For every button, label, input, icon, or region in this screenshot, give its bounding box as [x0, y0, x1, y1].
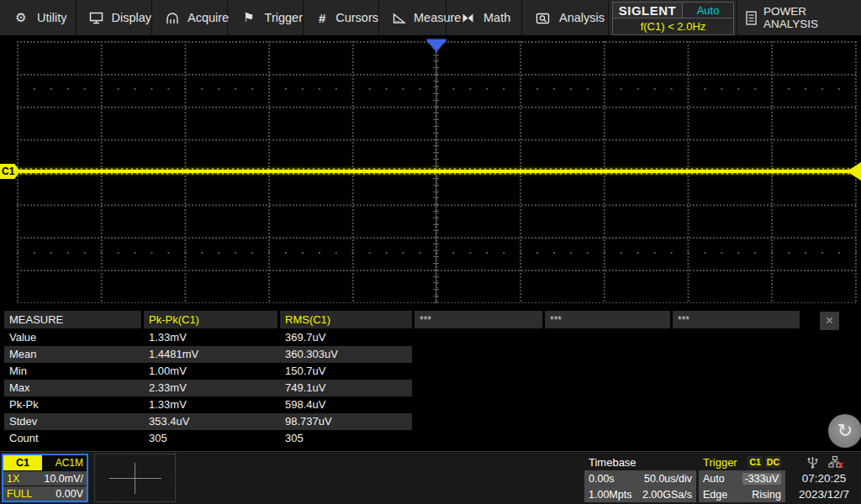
measure-column-empty[interactable]: *** [415, 311, 542, 328]
close-icon[interactable]: × [820, 312, 839, 330]
lan-disconnected-icon: ✕ [828, 455, 842, 469]
menu-label: Cursors [335, 11, 378, 24]
menu-item-display[interactable]: Display [77, 0, 152, 35]
menu-item-trigger[interactable]: ⚑ Trigger [228, 0, 304, 35]
measure-column-empty[interactable]: *** [673, 311, 800, 328]
stat-value: 1.33mV [144, 329, 280, 346]
trigger-mode: Auto [703, 473, 725, 485]
waveform-display[interactable]: C1 [0, 37, 861, 304]
stat-value: 360.303uV [280, 346, 412, 363]
analysis-magnifier-icon [535, 12, 552, 24]
crosshair-icon [109, 478, 161, 479]
stat-value: 98.737uV [280, 413, 412, 430]
stat-value: 305 [144, 430, 280, 447]
measure-title: MEASURE [4, 311, 141, 328]
trigger-source-badge: C1 [747, 456, 762, 468]
menu-label: Utility [37, 11, 66, 24]
measure-column-pkpk[interactable]: Pk-Pk(C1) [144, 311, 277, 328]
siglent-logo: SIGLENT [612, 2, 683, 18]
stat-value: 353.4uV [144, 413, 280, 430]
power-analysis-label: POWER ANALYSIS [763, 5, 861, 30]
brand-status-block: SIGLENT Auto f(C1) < 2.0Hz [612, 2, 734, 35]
menu-item-acquire[interactable]: Acquire [152, 0, 228, 35]
trigger-level-marker[interactable] [847, 162, 861, 181]
trigger-flag-icon: ⚑ [240, 10, 257, 25]
stat-value: 598.4uV [280, 396, 412, 413]
c1-vertical-scale: 10.0mV/ [44, 473, 83, 485]
trigger-level: -333uV [742, 473, 781, 485]
cursors-icon: # [316, 11, 328, 25]
acquisition-status: Auto [683, 2, 734, 18]
frequency-counter: f(C1) < 2.0Hz [612, 18, 734, 35]
stat-value: 369.7uV [280, 329, 412, 346]
menu-item-utility[interactable]: ⚙ Utility [0, 0, 77, 35]
usb-icon [807, 455, 818, 470]
stat-value: 2.33mV [144, 380, 280, 396]
measure-row-value: Value 1.33mV 369.7uV [4, 329, 412, 346]
timebase-delay: 0.00s [589, 473, 615, 485]
clock-date: 2023/12/7 [789, 486, 859, 502]
menu-label: Display [111, 11, 151, 24]
channel-c1-descriptor[interactable]: C1 AC1M 1X 10.0mV/ FULL 0.00V [2, 454, 88, 502]
empty-trace-slot[interactable] [94, 454, 176, 502]
timebase-title: Timebase [589, 456, 637, 469]
stat-label: Stdev [4, 413, 144, 430]
stat-label: Value [4, 329, 144, 346]
menu-item-measure[interactable]: Measure [379, 0, 446, 35]
measure-rows: Value 1.33mV 369.7uV Mean 1.4481mV 360.3… [0, 329, 861, 447]
oscilloscope-screen: ⚙ Utility Display Acquire ⚑ Trigger # Cu… [0, 0, 861, 504]
stat-label: Max [4, 380, 144, 396]
measure-header-row: MEASURE Pk-Pk(C1) RMS(C1) *** *** *** [0, 311, 861, 328]
power-analysis-button[interactable]: POWER ANALYSIS [737, 0, 861, 35]
measure-row-pkpk: Pk-Pk 1.33mV 598.4uV [4, 396, 412, 413]
acquire-icon [165, 12, 180, 24]
measure-icon [392, 12, 406, 24]
stat-value: 1.33mV [144, 396, 280, 413]
timebase-sample-rate: 2.00GSa/s [642, 489, 692, 501]
crosshair-icon [135, 463, 135, 494]
stat-label: Pk-Pk [4, 396, 144, 413]
gesture-button[interactable]: ↻ [828, 414, 861, 448]
measure-row-min: Min 1.00mV 150.7uV [4, 363, 412, 380]
c1-bandwidth: FULL [7, 488, 33, 500]
timebase-memory-depth: 1.00Mpts [589, 489, 631, 501]
measure-row-max: Max 2.33mV 749.1uV [4, 380, 412, 396]
c1-offset: 0.00V [55, 488, 83, 500]
menu-item-math[interactable]: Math [446, 0, 522, 35]
measure-column-empty[interactable]: *** [545, 311, 670, 328]
document-icon [746, 11, 757, 25]
stat-value: 305 [280, 430, 412, 447]
measure-column-rms[interactable]: RMS(C1) [280, 311, 412, 328]
stat-label: Min [4, 363, 144, 380]
menu-label: Trigger [265, 11, 303, 24]
stat-label: Count [4, 430, 144, 447]
measure-row-mean: Mean 1.4481mV 360.303uV [4, 346, 412, 363]
timebase-descriptor[interactable]: Timebase 0.00s 50.0us/div 1.00Mpts 2.00G… [584, 454, 696, 502]
menu-label: Analysis [559, 11, 605, 24]
status-bar: C1 AC1M 1X 10.0mV/ FULL 0.00V Timebase 0… [0, 451, 861, 504]
display-icon [89, 12, 103, 24]
menu-item-cursors[interactable]: # Cursors [304, 0, 379, 35]
stat-value: 1.00mV [144, 363, 280, 380]
trigger-title: Trigger [703, 456, 737, 469]
menu-item-analysis[interactable]: Analysis [522, 0, 609, 35]
stat-value: 150.7uV [280, 363, 412, 380]
c1-badge: C1 [3, 455, 42, 470]
trigger-descriptor[interactable]: Trigger C1 DC Auto -333uV Edge Rising [699, 454, 785, 502]
trigger-coupling-badge: DC [765, 456, 781, 468]
clock-status-area: ✕ 07:20:25 2023/12/7 [789, 454, 859, 502]
menu-label: Math [483, 11, 510, 24]
trigger-position-marker[interactable] [426, 39, 446, 51]
measure-row-stdev: Stdev 353.4uV 98.737uV [4, 413, 412, 430]
stat-value: 749.1uV [280, 380, 412, 396]
timebase-scale: 50.0us/div [644, 473, 692, 485]
c1-trace[interactable] [0, 170, 861, 173]
c1-coupling: AC1M [55, 457, 87, 469]
menu-label: Acquire [188, 11, 229, 24]
measure-row-count: Count 305 305 [4, 430, 412, 447]
gear-icon: ⚙ [13, 10, 29, 25]
math-bowtie-icon [459, 12, 476, 24]
measure-panel: MEASURE Pk-Pk(C1) RMS(C1) *** *** *** × … [0, 311, 861, 447]
c1-attenuation: 1X [7, 473, 19, 485]
stat-label: Mean [4, 346, 144, 363]
